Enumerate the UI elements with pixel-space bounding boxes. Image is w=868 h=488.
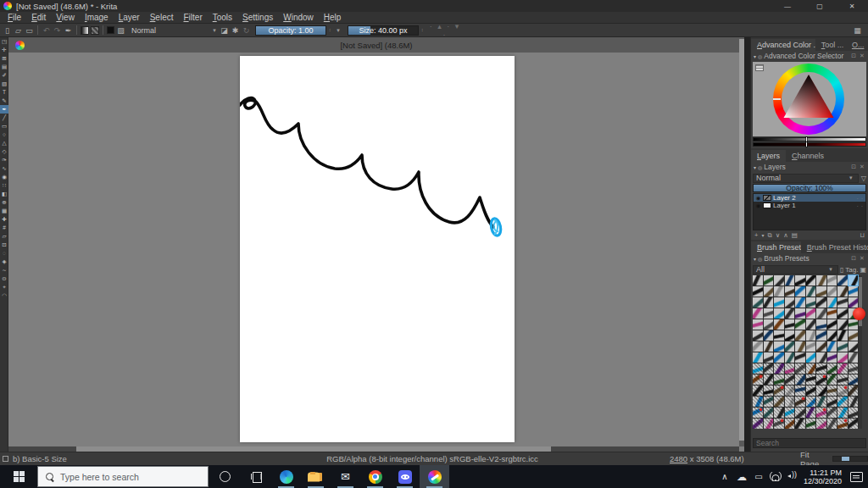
tool-icon-4[interactable]: ✐ xyxy=(0,71,8,80)
brush-preset-cell[interactable] xyxy=(827,408,837,418)
tool-icon-9[interactable]: ╱ xyxy=(0,114,8,122)
tool-icon-0[interactable]: ◳ xyxy=(0,37,8,46)
brush-preset-cell[interactable] xyxy=(774,297,784,308)
brush-preset-cell[interactable] xyxy=(816,385,826,396)
add-layer-button[interactable]: + xyxy=(754,231,758,239)
brush-preset-cell[interactable] xyxy=(785,352,795,363)
menu-layer[interactable]: Layer xyxy=(114,12,145,24)
tool-icon-10[interactable]: ▭ xyxy=(0,122,8,130)
opacity-slider[interactable]: Opacity: 1.00 xyxy=(255,25,326,36)
menu-view[interactable]: View xyxy=(51,12,80,24)
brush-preset-cell[interactable] xyxy=(795,341,805,352)
brush-preset-cell[interactable] xyxy=(806,286,816,297)
brush-preset-cell[interactable] xyxy=(837,275,848,286)
taskbar-mail-button[interactable]: ✉ xyxy=(331,465,360,488)
brush-preset-cell[interactable] xyxy=(849,319,859,330)
brush-preset-cell[interactable] xyxy=(837,363,848,374)
tool-icon-14[interactable]: ✑ xyxy=(0,156,8,164)
brush-preset-cell[interactable] xyxy=(795,308,805,319)
brush-preset-cell[interactable] xyxy=(837,308,848,319)
brush-preset-cell[interactable] xyxy=(764,319,774,330)
brush-preset-cell[interactable] xyxy=(837,319,848,330)
brush-preset-cell[interactable] xyxy=(774,275,784,286)
taskbar-file-explorer-button[interactable] xyxy=(301,465,331,488)
tag-box-icon[interactable]: ▯ xyxy=(840,266,843,274)
taskbar-discord-button[interactable] xyxy=(390,465,420,488)
brush-preset-cell[interactable] xyxy=(827,352,837,363)
brush-preset-cell[interactable] xyxy=(774,363,784,374)
brush-preset-cell[interactable] xyxy=(837,408,848,418)
tool-icon-13[interactable]: ◇ xyxy=(0,147,8,156)
tool-icon-5[interactable]: ▧ xyxy=(0,80,8,88)
brush-preset-cell[interactable] xyxy=(816,363,826,374)
brush-preset-cell[interactable] xyxy=(785,419,795,429)
brush-preset-cell[interactable] xyxy=(785,330,795,341)
advanced-color-selector[interactable] xyxy=(753,62,866,136)
brush-preset-cell[interactable] xyxy=(849,330,859,341)
brush-preset-cell[interactable] xyxy=(827,319,837,330)
brush-preset-cell[interactable] xyxy=(816,297,826,308)
visibility-eye-icon[interactable]: ◉ xyxy=(755,202,761,209)
brush-preset-cell[interactable] xyxy=(806,385,816,396)
tool-icon-7[interactable]: ✎ xyxy=(0,97,8,105)
docker-gear-icon[interactable]: ◎ xyxy=(758,256,762,262)
duplicate-layer-button[interactable]: ⧉ xyxy=(767,231,771,240)
brush-preset-cell[interactable] xyxy=(753,419,763,429)
brush-preset-cell[interactable] xyxy=(816,286,826,297)
docker-float-close-icons[interactable]: ⊡ ✕ xyxy=(851,164,865,170)
tab-overview[interactable]: O... xyxy=(846,39,868,51)
tool-icon-2[interactable]: ⊞ xyxy=(0,54,8,63)
brush-preset-cell[interactable] xyxy=(753,330,763,341)
size-spinner[interactable]: ∶ xyxy=(419,27,426,34)
brush-preset-cell[interactable] xyxy=(753,374,763,385)
brush-preset-cell[interactable] xyxy=(764,352,774,363)
brush-preset-cell[interactable] xyxy=(753,341,763,352)
foreground-color-swatch[interactable] xyxy=(107,26,114,34)
tool-icon-19[interactable]: ⊕ xyxy=(0,198,8,207)
brush-preset-cell[interactable] xyxy=(837,352,848,363)
brush-preset-cell[interactable] xyxy=(827,419,837,429)
brush-preset-cell[interactable] xyxy=(849,385,859,396)
color-history-bar[interactable] xyxy=(753,142,866,147)
saturation-triangle[interactable] xyxy=(773,64,844,135)
brush-preset-cell[interactable] xyxy=(764,385,774,396)
docker-float-close-icons[interactable]: ⊡ ✕ xyxy=(851,255,865,262)
selector-shape-icon[interactable] xyxy=(755,64,764,71)
tab-brush-preset-history[interactable]: Brush Preset History xyxy=(801,241,868,253)
tab-advanced-color[interactable]: Advanced Color ... xyxy=(751,39,815,51)
taskbar-chrome-button[interactable] xyxy=(360,465,390,488)
layer-blend-mode-dropdown[interactable]: Normal ▾ xyxy=(753,174,859,183)
brush-preset-cell[interactable] xyxy=(837,374,848,385)
brush-preset-cell[interactable] xyxy=(806,374,816,385)
brush-preset-cell[interactable] xyxy=(774,396,784,407)
menu-edit[interactable]: Edit xyxy=(26,12,51,24)
tray-chevron-up-icon[interactable]: ∧ xyxy=(719,472,731,481)
brush-preset-cell[interactable] xyxy=(774,286,784,297)
brush-preset-cell[interactable] xyxy=(774,385,784,396)
brush-preset-cell[interactable] xyxy=(827,341,837,352)
chevron-down-icon[interactable]: ▾ xyxy=(210,27,219,34)
brush-preset-cell[interactable] xyxy=(785,275,795,286)
brush-preset-cell[interactable] xyxy=(753,286,763,297)
brush-search-input[interactable] xyxy=(753,438,866,448)
brush-preset-cell[interactable] xyxy=(795,396,805,407)
layer-properties-button[interactable]: ▤ xyxy=(792,231,798,239)
brush-preset-cell[interactable] xyxy=(795,363,805,374)
brush-preset-cell[interactable] xyxy=(774,330,784,341)
brush-preset-cell[interactable] xyxy=(764,308,774,319)
taskbar-edge-button[interactable] xyxy=(271,465,301,488)
brush-preset-cell[interactable] xyxy=(806,297,816,308)
brush-preset-cell[interactable] xyxy=(816,275,826,286)
brush-preset-cell[interactable] xyxy=(795,286,805,297)
taskbar-search-box[interactable]: Type here to search xyxy=(37,466,209,487)
hue-wheel[interactable] xyxy=(773,64,844,135)
brush-preset-cell[interactable] xyxy=(849,297,859,308)
gradient-chooser[interactable] xyxy=(81,26,89,35)
brush-preset-cell[interactable] xyxy=(774,374,784,385)
reload-preset-icon[interactable]: ↻ xyxy=(241,26,252,35)
brush-preset-cell[interactable] xyxy=(795,419,805,429)
brush-preset-cell[interactable] xyxy=(795,352,805,363)
zoom-slider[interactable] xyxy=(832,456,868,462)
zoom-slider-thumb[interactable] xyxy=(842,457,849,461)
brush-preset-cell[interactable] xyxy=(785,297,795,308)
